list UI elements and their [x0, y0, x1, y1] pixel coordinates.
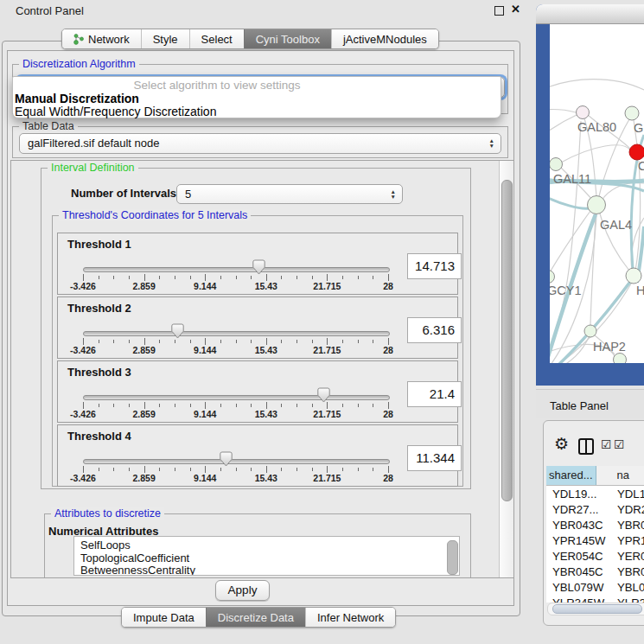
combo-stepper-icon: ▲▼ — [489, 138, 494, 149]
table-row[interactable]: YDL19...YDL1 — [546, 486, 644, 501]
tick-mark — [296, 276, 297, 279]
network-node[interactable] — [626, 268, 641, 284]
network-edge[interactable] — [550, 121, 581, 363]
cell-shared-name[interactable]: YBR045C — [546, 565, 613, 578]
threshold-slider-track[interactable] — [83, 331, 390, 336]
tick-mark — [358, 468, 359, 471]
network-window-titlebar[interactable] — [536, 4, 644, 24]
tab-cyni-toolbox[interactable]: Cyni Toolbox — [244, 29, 331, 48]
checkbox-icon[interactable]: ☑ — [601, 437, 612, 451]
network-edge[interactable] — [550, 80, 644, 92]
network-node[interactable] — [588, 196, 606, 214]
close-icon[interactable]: ✕ — [511, 3, 520, 16]
horizontal-scrollbar[interactable] — [547, 603, 644, 615]
float-window-icon[interactable] — [494, 6, 504, 16]
cell-name[interactable]: YBR0 — [613, 519, 644, 532]
dropdown-item-equal-width-frequency[interactable]: Equal Width/Frequency Discretization — [15, 105, 216, 118]
threshold-slider-thumb[interactable] — [220, 451, 233, 468]
threshold-value-field[interactable]: 6.316 — [407, 317, 462, 343]
tick-mark — [144, 338, 145, 345]
cell-shared-name[interactable]: YLR345W — [546, 596, 613, 603]
column-header-name[interactable]: na — [596, 466, 644, 485]
column-layout-icon[interactable] — [578, 438, 594, 455]
tab-discretize-data[interactable]: Discretize Data — [206, 608, 305, 627]
cell-shared-name[interactable]: YDL19... — [546, 488, 613, 501]
network-edge[interactable] — [550, 110, 576, 112]
bottom-tab-bar: Impute DataDiscretize DataInfer Network — [121, 607, 396, 628]
tab-label: Impute Data — [133, 611, 194, 624]
dropdown-placeholder-item[interactable]: Select algorithm to view settings — [13, 79, 501, 92]
attribute-item[interactable]: TopologicalCoefficient — [74, 552, 459, 565]
table-row[interactable]: YLR345WYLR3 — [546, 596, 644, 603]
network-node[interactable] — [614, 354, 627, 364]
cell-name[interactable]: YDL1 — [613, 488, 644, 501]
table-row[interactable]: YBR045CYBR0 — [546, 564, 644, 579]
network-node[interactable] — [584, 325, 596, 337]
attribute-item[interactable]: SelfLoops — [74, 539, 459, 552]
network-canvas[interactable]: GAL80G.GAL11CGAL4GCY1HHAP2 — [550, 23, 644, 363]
gear-icon[interactable]: ⚙ — [554, 434, 569, 454]
tab-infer-network[interactable]: Infer Network — [305, 608, 395, 627]
threshold-value-field[interactable]: 21.4 — [407, 381, 462, 407]
column-header-shared-name[interactable]: shared... — [546, 466, 596, 485]
cell-shared-name[interactable]: YER054C — [546, 550, 613, 563]
network-edge[interactable] — [561, 145, 630, 163]
tab-network[interactable]: Network — [62, 29, 141, 48]
numerical-attributes-list[interactable]: SelfLoopsTopologicalCoefficientBetweenne… — [73, 536, 460, 576]
network-node[interactable] — [625, 106, 639, 120]
tick-mark — [251, 276, 252, 279]
apply-button[interactable]: Apply — [215, 580, 270, 601]
cell-name[interactable]: YPR1 — [613, 534, 644, 547]
horizontal-scrollbar-thumb[interactable] — [552, 604, 642, 614]
number-of-intervals-value: 5 — [177, 185, 402, 203]
threshold-slider-thumb[interactable] — [317, 387, 331, 404]
vertical-scrollbar-thumb[interactable] — [501, 180, 513, 501]
table-row[interactable]: YBL079WYBL0 — [546, 580, 644, 596]
tick-mark — [129, 468, 130, 471]
threshold-value-field[interactable]: 11.344 — [407, 445, 462, 471]
cell-shared-name[interactable]: YBR043C — [546, 519, 613, 532]
threshold-slider-track[interactable] — [83, 459, 390, 464]
tab-jactivemnodules[interactable]: jActiveMNodules — [331, 29, 438, 48]
dropdown-item-manual-discretization[interactable]: Manual Discretization — [15, 92, 139, 105]
attribute-item[interactable]: BetweennessCentrality — [74, 564, 459, 576]
tick-mark — [388, 338, 389, 345]
node-table[interactable]: shared... na YDL19...YDL1YDR27...YDR2YBR… — [546, 466, 644, 603]
cell-shared-name[interactable]: YPR145W — [546, 534, 613, 547]
tab-style[interactable]: Style — [141, 29, 189, 48]
table-row[interactable]: YBR043CYBR0 — [546, 517, 644, 532]
cell-name[interactable]: YBL0 — [613, 581, 644, 594]
cell-name[interactable]: YDR2 — [613, 503, 644, 516]
attributes-group: Attributes to discretize Numerical Attri… — [44, 513, 471, 578]
network-node[interactable] — [577, 106, 590, 119]
tick-label: -3.426 — [62, 281, 104, 291]
threshold-slider-thumb[interactable] — [171, 323, 185, 340]
cell-shared-name[interactable]: YBL079W — [546, 581, 613, 594]
panel-title: Control Panel — [16, 4, 84, 17]
table-row[interactable]: YER054CYER0 — [546, 548, 644, 564]
node-label: GAL11 — [553, 172, 591, 186]
number-of-intervals-combobox[interactable]: 5 ▲▼ — [176, 184, 403, 204]
table-row[interactable]: YDR27...YDR2 — [546, 501, 644, 517]
network-node[interactable] — [550, 158, 563, 171]
network-node[interactable] — [550, 271, 555, 284]
tab-impute-data[interactable]: Impute Data — [122, 608, 206, 627]
threshold-slider-thumb[interactable] — [252, 259, 266, 276]
table-row[interactable]: YPR145WYPR1 — [546, 532, 644, 548]
threshold-slider-track[interactable] — [83, 395, 390, 400]
cell-name[interactable]: YER0 — [613, 550, 644, 563]
cell-name[interactable]: YLR3 — [613, 596, 644, 603]
threshold-value-field[interactable]: 14.713 — [407, 253, 462, 279]
table-data-combobox[interactable]: galFiltered.sif default node ▲▼ — [19, 133, 501, 154]
threshold-slider-track[interactable] — [83, 267, 390, 272]
cell-name[interactable]: YBR0 — [613, 565, 644, 578]
vertical-scrollbar[interactable] — [499, 161, 514, 577]
cell-shared-name[interactable]: YDR27... — [546, 503, 613, 516]
list-scrollbar-thumb[interactable] — [447, 540, 458, 575]
tab-select[interactable]: Select — [189, 29, 244, 48]
network-node[interactable] — [629, 144, 644, 160]
tick-label: 28 — [367, 409, 409, 419]
network-edge-highlighted[interactable] — [550, 192, 589, 208]
network-edge[interactable] — [550, 115, 577, 140]
checkbox-icon[interactable]: ☑ — [614, 437, 625, 451]
